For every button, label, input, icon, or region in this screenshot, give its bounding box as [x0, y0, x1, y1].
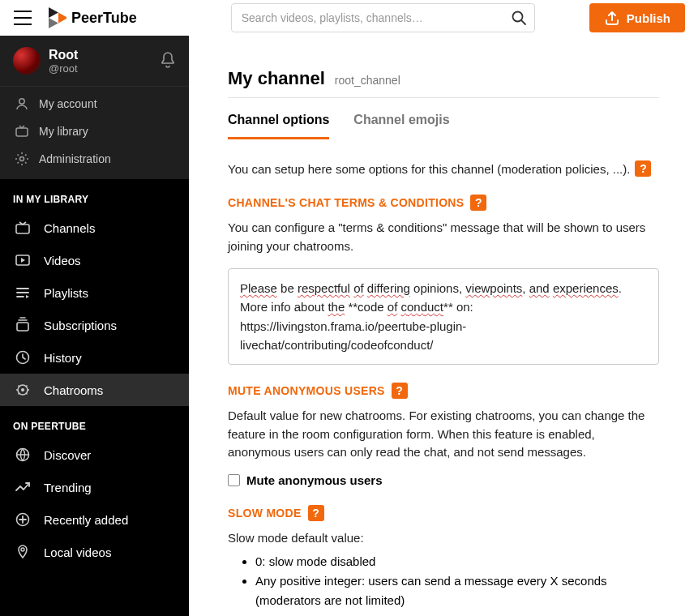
terms-textarea[interactable]: Please be respectful of differing opinio… [228, 268, 659, 365]
home-pin-icon [15, 544, 31, 560]
tab-channel-options[interactable]: Channel options [228, 105, 329, 139]
videos-icon [15, 252, 31, 268]
publish-button[interactable]: Publish [589, 3, 685, 32]
search-button[interactable] [507, 6, 530, 29]
nav-videos-label: Videos [44, 254, 81, 267]
sidebar-my-library[interactable]: My library [0, 118, 189, 145]
chatrooms-icon [15, 382, 31, 398]
gear-icon [15, 152, 29, 166]
svg-point-8 [21, 388, 24, 391]
avatar [13, 47, 41, 75]
upload-icon [604, 11, 620, 25]
svg-rect-6 [17, 323, 28, 331]
svg-rect-2 [16, 128, 28, 136]
sidebar-administration[interactable]: Administration [0, 145, 189, 173]
svg-point-3 [20, 157, 24, 161]
nav-trending-label: Trending [44, 481, 92, 494]
bell-icon [160, 51, 176, 69]
terms-label: CHANNEL'S CHAT TERMS & CONDITIONS [228, 196, 464, 209]
history-icon [15, 349, 31, 366]
tabs: Channel options Channel emojis [228, 105, 659, 139]
trending-icon [15, 479, 31, 495]
publish-label: Publish [627, 11, 670, 25]
nav-history-label: History [44, 351, 82, 365]
mute-desc: Default value for new chatrooms. For exi… [228, 407, 659, 462]
tv-icon [15, 124, 29, 139]
nav-trending[interactable]: Trending [0, 471, 189, 503]
mute-label: MUTE ANONYMOUS USERS [228, 384, 385, 397]
user-handle: @root [49, 62, 78, 75]
main-content: My channel root_channel Channel options … [189, 36, 698, 616]
sidebar-my-library-label: My library [39, 125, 88, 138]
help-terms[interactable]: ? [470, 195, 486, 211]
help-intro[interactable]: ? [635, 160, 651, 177]
sidebar-administration-label: Administration [39, 152, 111, 165]
search-input[interactable] [231, 3, 535, 32]
nav-discover-label: Discover [44, 448, 91, 462]
nav-playlists-label: Playlists [44, 286, 88, 300]
user-block[interactable]: Root @root [0, 36, 189, 87]
brand-logo[interactable]: PeerTube [47, 7, 137, 28]
nav-subscriptions-label: Subscriptions [44, 319, 117, 332]
slow-desc: Slow mode default value: [228, 529, 659, 548]
slow-label: SLOW MODE [228, 507, 302, 520]
slow-bullet-1: Any positive integer: users can send a m… [255, 571, 659, 610]
divider [228, 97, 659, 98]
slow-bullet-0: 0: slow mode disabled [255, 552, 659, 571]
svg-rect-4 [16, 225, 29, 233]
notifications-button[interactable] [160, 51, 176, 71]
nav-history[interactable]: History [0, 341, 189, 374]
mute-checkbox-label: Mute anonymous users [246, 473, 383, 487]
nav-subscriptions[interactable]: Subscriptions [0, 309, 189, 341]
nav-channels-label: Channels [44, 221, 95, 235]
nav-chatrooms[interactable]: Chatrooms [0, 374, 189, 406]
person-icon [15, 96, 29, 111]
search-icon [511, 10, 527, 26]
help-slow[interactable]: ? [308, 505, 324, 521]
terms-desc: You can configure a "terms & conditions"… [228, 219, 659, 255]
slow-bullets: 0: slow mode disabled Any positive integ… [255, 552, 659, 610]
nav-local-videos[interactable]: Local videos [0, 536, 189, 568]
section-on-peertube: ON PEERTUBE [0, 406, 189, 438]
intro-text: You can setup here some options for this… [228, 162, 630, 176]
globe-icon [15, 447, 31, 463]
tab-channel-emojis[interactable]: Channel emojis [353, 105, 449, 139]
page-title: My channel [228, 68, 325, 89]
nav-recently-added[interactable]: Recently added [0, 503, 189, 536]
plus-circle-icon [15, 511, 31, 528]
subscriptions-icon [15, 317, 31, 333]
nav-chatrooms-label: Chatrooms [44, 383, 103, 397]
sidebar-my-account[interactable]: My account [0, 90, 189, 118]
menu-toggle[interactable] [13, 8, 32, 28]
svg-point-11 [21, 548, 24, 551]
peertube-icon [47, 7, 66, 28]
mute-anonymous-checkbox[interactable] [228, 474, 240, 486]
playlists-icon [15, 284, 31, 301]
nav-videos[interactable]: Videos [0, 244, 189, 276]
hamburger-icon [14, 11, 32, 25]
sidebar: Root @root My account My library Adminis… [0, 36, 189, 616]
sidebar-my-account-label: My account [39, 97, 97, 110]
svg-point-1 [19, 99, 24, 104]
nav-channels[interactable]: Channels [0, 212, 189, 244]
nav-discover[interactable]: Discover [0, 438, 189, 471]
help-mute[interactable]: ? [392, 383, 408, 399]
section-in-my-library: IN MY LIBRARY [0, 179, 189, 212]
brand-name: PeerTube [71, 10, 137, 27]
channel-name: root_channel [335, 74, 400, 87]
nav-local-videos-label: Local videos [44, 545, 111, 559]
nav-playlists[interactable]: Playlists [0, 276, 189, 309]
channels-icon [15, 220, 31, 236]
nav-recently-added-label: Recently added [44, 513, 128, 527]
user-display-name: Root [49, 48, 78, 62]
